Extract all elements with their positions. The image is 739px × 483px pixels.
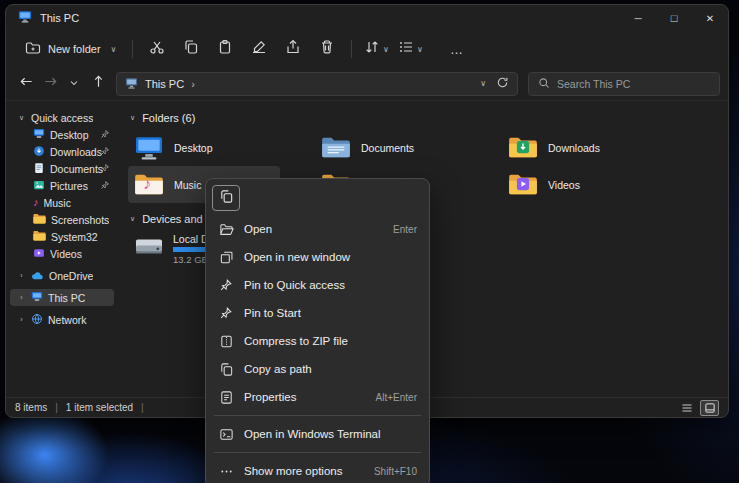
pin-icon — [100, 163, 110, 175]
status-divider: | — [141, 402, 144, 413]
close-icon: ✕ — [706, 13, 714, 24]
details-view-button[interactable] — [677, 400, 696, 416]
delete-button[interactable] — [310, 35, 344, 63]
sidebar-item-label: Videos — [50, 248, 82, 260]
minimize-button[interactable]: ─ — [620, 5, 656, 31]
new-folder-label: New folder — [48, 43, 101, 55]
sidebar-item-downloads[interactable]: Downloads — [10, 143, 114, 160]
sidebar-item-desktop[interactable]: Desktop — [10, 126, 114, 143]
videos-folder-icon — [508, 172, 538, 198]
context-menu-item-open-terminal[interactable]: Open in Windows Terminal — [210, 420, 425, 448]
context-menu-item-properties[interactable]: Properties Alt+Enter — [210, 383, 425, 411]
new-window-icon — [218, 250, 234, 265]
chevron-down-icon: ∨ — [383, 45, 389, 54]
play-badge — [516, 177, 530, 195]
hard-drive-icon — [134, 233, 164, 263]
folder-tile-downloads[interactable]: Downloads — [502, 129, 654, 166]
context-menu-item-open[interactable]: Open Enter — [210, 215, 425, 243]
maximize-button[interactable]: □ — [656, 5, 692, 31]
context-menu-item-open-new-window[interactable]: Open in new window — [210, 243, 425, 271]
share-button[interactable] — [276, 35, 310, 63]
context-menu: Open Enter Open in new window Pin to Qui… — [205, 178, 430, 483]
chevron-down-icon[interactable]: ∨ — [130, 114, 135, 122]
context-menu-item-compress-zip[interactable]: Compress to ZIP file — [210, 327, 425, 355]
recent-locations-button[interactable] — [62, 72, 86, 96]
context-menu-label: Open — [244, 223, 383, 235]
close-button[interactable]: ✕ — [692, 5, 728, 31]
sidebar-item-label: Screenshots — [51, 214, 109, 226]
folder-tile-label: Downloads — [548, 142, 600, 154]
folder-tile-label: Videos — [548, 179, 580, 191]
folder-tile-documents[interactable]: Documents — [315, 129, 467, 166]
sort-button[interactable]: ∨ — [359, 35, 393, 63]
view-icon — [398, 39, 414, 59]
rename-button[interactable] — [242, 35, 276, 63]
back-button[interactable] — [14, 72, 38, 96]
paste-button[interactable] — [208, 35, 242, 63]
context-menu-item-show-more[interactable]: Show more options Shift+F10 — [210, 457, 425, 483]
chevron-right-icon[interactable]: › — [17, 272, 26, 279]
sidebar-item-screenshots[interactable]: Screenshots — [10, 211, 114, 228]
new-folder-button[interactable]: New folder ∨ — [16, 35, 125, 63]
items-count: 8 items — [15, 402, 47, 413]
forward-icon — [43, 74, 58, 93]
folders-group-header[interactable]: ∨ Folders (6) — [130, 109, 728, 127]
context-menu-item-pin-quick-access[interactable]: Pin to Quick access — [210, 271, 425, 299]
copy-path-icon — [218, 362, 234, 377]
context-menu-item-pin-start[interactable]: Pin to Start — [210, 299, 425, 327]
sidebar-item-onedrive[interactable]: › OneDrive — [10, 267, 114, 284]
up-button[interactable] — [86, 72, 110, 96]
sidebar-item-documents[interactable]: Documents — [10, 160, 114, 177]
thumbnail-view-button[interactable] — [700, 400, 719, 416]
search-box[interactable] — [528, 72, 720, 96]
chevron-right-icon[interactable]: › — [17, 294, 26, 301]
documents-icon — [33, 162, 45, 176]
sidebar-item-network[interactable]: › Network — [10, 311, 114, 328]
navigation-pane: ∨ Quick access Desktop Downloads Documen… — [6, 101, 118, 397]
copy-button[interactable] — [174, 35, 208, 63]
pin-icon — [100, 180, 110, 192]
context-menu-label: Open in new window — [244, 251, 407, 263]
up-icon — [91, 74, 106, 93]
folder-tile-videos[interactable]: Videos — [502, 166, 654, 203]
breadcrumb[interactable]: This PC — [145, 78, 184, 90]
quick-access-label: Quick access — [31, 112, 93, 124]
address-dropdown-icon[interactable]: ∨ — [480, 79, 486, 88]
sidebar-item-system32[interactable]: System32 — [10, 228, 114, 245]
new-folder-icon — [25, 40, 41, 58]
sidebar-item-label: Network — [48, 314, 87, 326]
command-bar: New folder ∨ ∨ ∨ … — [6, 31, 728, 67]
network-icon — [31, 313, 43, 327]
copy-button[interactable] — [212, 185, 240, 211]
pin-start-icon — [218, 306, 234, 320]
maximize-icon: □ — [671, 12, 678, 24]
folder-tile-label: Desktop — [174, 142, 213, 154]
sidebar-item-pictures[interactable]: Pictures — [10, 177, 114, 194]
see-more-button[interactable]: … — [439, 35, 473, 63]
forward-button[interactable] — [38, 72, 62, 96]
sidebar-item-this-pc[interactable]: › This PC — [10, 289, 114, 306]
music-folder-icon: ♪ — [134, 172, 164, 198]
sidebar-item-label: Downloads — [50, 146, 102, 158]
context-menu-label: Properties — [244, 391, 366, 403]
view-button[interactable]: ∨ — [393, 35, 427, 63]
desktop-icon — [33, 128, 45, 141]
copy-icon — [183, 39, 199, 59]
chevron-down-icon[interactable]: ∨ — [130, 215, 135, 223]
pin-icon — [100, 129, 110, 141]
pin-icon — [100, 146, 110, 158]
chevron-down-icon[interactable]: ∨ — [17, 114, 26, 122]
sidebar-item-videos[interactable]: Videos — [10, 245, 114, 262]
sidebar-item-music[interactable]: ♪ Music — [10, 194, 114, 211]
pin-icon — [218, 278, 234, 292]
chevron-right-icon[interactable]: › — [191, 78, 195, 90]
toolbar-separator — [132, 40, 133, 58]
chevron-right-icon[interactable]: › — [17, 316, 26, 323]
sidebar-section-quick-access[interactable]: ∨ Quick access — [10, 109, 114, 126]
search-input[interactable] — [557, 78, 710, 90]
cut-button[interactable] — [140, 35, 174, 63]
folder-tile-desktop[interactable]: Desktop — [128, 129, 280, 166]
context-menu-item-copy-as-path[interactable]: Copy as path — [210, 355, 425, 383]
address-bar[interactable]: This PC › ∨ — [116, 72, 518, 96]
refresh-button[interactable] — [496, 75, 509, 93]
